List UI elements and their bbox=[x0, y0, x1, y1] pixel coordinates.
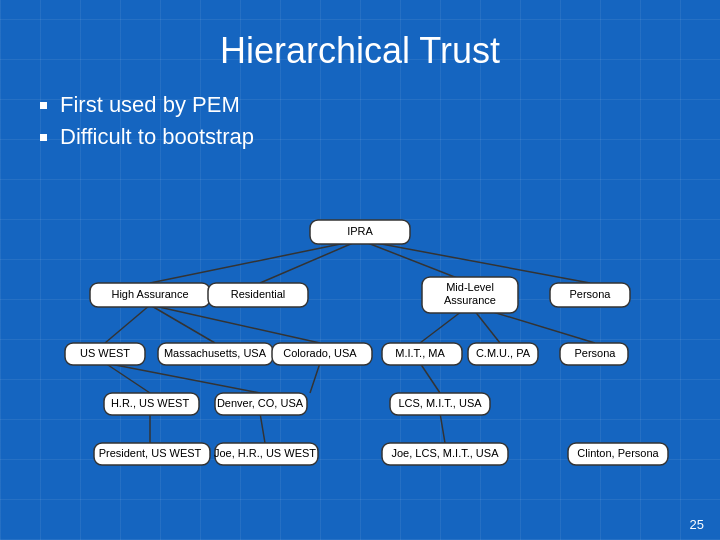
node-ipra: IPRA bbox=[347, 225, 373, 237]
svg-line-16 bbox=[440, 413, 445, 443]
node-joe-lcs: Joe, LCS, M.I.T., USA bbox=[392, 447, 500, 459]
svg-line-5 bbox=[150, 305, 215, 343]
node-denver: Denver, CO, USA bbox=[217, 397, 304, 409]
node-mit-ma: M.I.T., MA bbox=[395, 347, 445, 359]
svg-line-13 bbox=[420, 363, 440, 393]
svg-text:Assurance: Assurance bbox=[444, 294, 496, 306]
svg-line-15 bbox=[260, 413, 265, 443]
node-lcs-mit: LCS, M.I.T., USA bbox=[398, 397, 482, 409]
svg-line-12 bbox=[310, 363, 320, 393]
node-colorado: Colorado, USA bbox=[283, 347, 357, 359]
node-massachusetts: Massachusetts, USA bbox=[164, 347, 267, 359]
page-number: 25 bbox=[690, 517, 704, 532]
node-high-assurance: High Assurance bbox=[111, 288, 188, 300]
svg-line-4 bbox=[105, 305, 150, 343]
node-clinton: Clinton, Persona bbox=[577, 447, 659, 459]
node-persona2: Persona bbox=[575, 347, 617, 359]
bullet-2: Difficult to bootstrap bbox=[60, 124, 680, 150]
node-cmu-pa: C.M.U., PA bbox=[476, 347, 531, 359]
svg-line-1 bbox=[260, 240, 360, 283]
hierarchy-diagram: IPRA High Assurance Residential Mid-Leve… bbox=[30, 200, 690, 510]
node-us-west: US WEST bbox=[80, 347, 130, 359]
node-president: President, US WEST bbox=[99, 447, 202, 459]
svg-line-6 bbox=[150, 305, 320, 343]
node-persona: Persona bbox=[570, 288, 612, 300]
node-residential: Residential bbox=[231, 288, 285, 300]
node-hr-us-west: H.R., US WEST bbox=[111, 397, 190, 409]
slide-title: Hierarchical Trust bbox=[40, 20, 680, 72]
bullet-list: First used by PEM Difficult to bootstrap bbox=[40, 92, 680, 150]
node-mid-level: Mid-Level bbox=[446, 281, 494, 293]
slide: Hierarchical Trust First used by PEM Dif… bbox=[0, 0, 720, 540]
svg-line-0 bbox=[150, 240, 360, 283]
bullet-1: First used by PEM bbox=[60, 92, 680, 118]
node-joe-hr: Joe, H.R., US WEST bbox=[214, 447, 316, 459]
